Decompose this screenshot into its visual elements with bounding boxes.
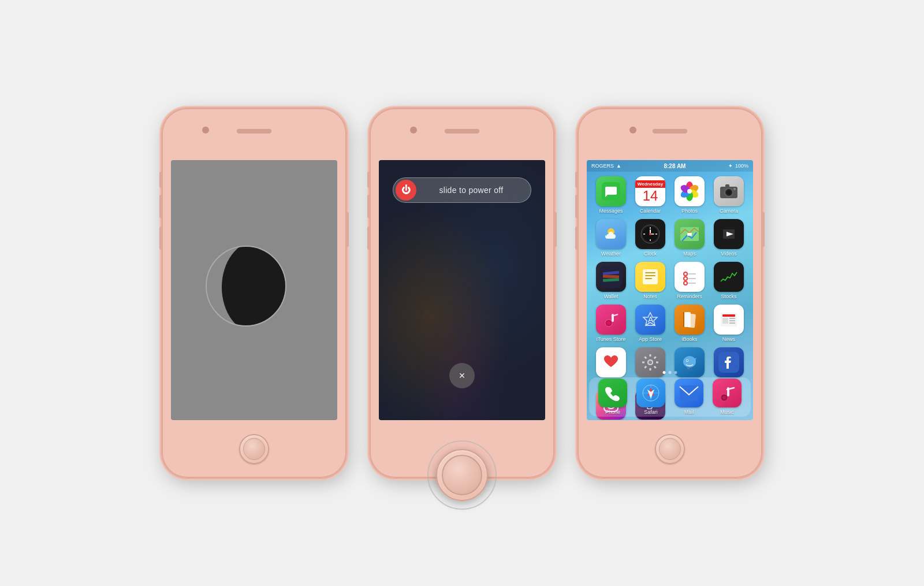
cancel-icon: × <box>459 370 465 382</box>
app-messages[interactable]: Messages <box>594 176 628 214</box>
safari-icon <box>636 379 665 407</box>
phone-3-speaker <box>653 129 687 133</box>
status-time: 8:28 AM <box>664 163 685 169</box>
phone-1 <box>162 108 346 478</box>
wallet-label: Wallet <box>604 294 619 300</box>
svg-line-66 <box>644 357 646 358</box>
phone-2-vol-up <box>367 195 370 218</box>
svg-rect-58 <box>729 320 735 321</box>
battery-text: 100% <box>735 163 748 169</box>
dock-mail[interactable]: Mail <box>675 379 703 416</box>
svg-rect-35 <box>645 278 652 279</box>
maps-label: Maps <box>683 251 696 257</box>
phone-1-camera <box>202 127 209 133</box>
mail-icon <box>675 379 703 407</box>
clock-icon <box>635 219 665 249</box>
bluetooth-icon: ✦ <box>728 163 733 169</box>
page-dot-2 <box>669 371 672 374</box>
svg-rect-57 <box>729 318 735 319</box>
svg-line-69 <box>644 366 646 368</box>
cancel-button[interactable]: × <box>449 363 475 388</box>
stocks-icon <box>714 262 744 292</box>
power-button-dark-area <box>222 246 286 327</box>
power-symbol: ⏻ <box>401 185 411 195</box>
app-reminders[interactable]: Reminders <box>672 262 707 300</box>
weather-icon <box>596 219 626 249</box>
calendar-icon: Wednesday 14 <box>635 176 665 206</box>
dock-music[interactable]: Music <box>713 379 742 416</box>
app-ibooks[interactable]: iBooks <box>672 305 707 343</box>
phone-1-screen <box>171 160 337 420</box>
phone-1-speaker <box>237 129 271 133</box>
app-weather[interactable]: Weather <box>594 219 628 257</box>
music-icon <box>713 379 742 407</box>
phone-3-mute <box>575 172 578 188</box>
app-wallet[interactable]: Wallet <box>594 262 628 300</box>
phone-3-power-button[interactable] <box>762 212 765 247</box>
news-icon <box>714 305 744 335</box>
app-appstore[interactable]: A App Store <box>633 305 668 343</box>
news-label: News <box>722 337 736 343</box>
app-news[interactable]: News <box>711 305 746 343</box>
calendar-label: Calendar <box>640 209 661 214</box>
app-videos[interactable]: Videos <box>711 219 746 257</box>
clock-label: Clock <box>644 251 657 257</box>
status-right: ✦ 100% <box>728 163 748 169</box>
app-maps[interactable]: Maps <box>672 219 707 257</box>
health-icon <box>596 347 626 377</box>
svg-rect-43 <box>718 266 739 287</box>
stocks-label: Stocks <box>721 294 736 300</box>
slide-to-power-off-text: slide to power off <box>416 186 528 195</box>
power-off-slider[interactable]: ⏻ slide to power off <box>393 177 531 203</box>
reminders-icon <box>675 262 705 292</box>
app-clock[interactable]: Clock <box>633 219 668 257</box>
dock-mail-label: Mail <box>684 410 694 416</box>
videos-label: Videos <box>721 251 736 257</box>
tweetbot-icon <box>675 347 705 377</box>
app-itunes[interactable]: iTunes Store <box>594 305 628 343</box>
svg-rect-56 <box>722 318 728 324</box>
photos-icon <box>675 176 705 206</box>
notes-icon <box>635 262 665 292</box>
svg-line-68 <box>654 357 656 358</box>
itunes-icon <box>596 305 626 335</box>
maps-icon <box>675 219 705 249</box>
ibooks-icon <box>675 305 705 335</box>
svg-point-11 <box>727 191 731 194</box>
svg-rect-55 <box>722 314 735 317</box>
page-dot-3 <box>675 371 677 374</box>
phone-1-home-button[interactable] <box>239 434 269 464</box>
messages-label: Messages <box>599 209 623 214</box>
videos-icon <box>714 219 744 249</box>
svg-rect-25 <box>687 233 692 236</box>
app-stocks[interactable]: Stocks <box>711 262 746 300</box>
phone-2-power-button[interactable] <box>554 212 557 247</box>
svg-rect-53 <box>688 313 696 328</box>
dock-safari-label: Safari <box>644 410 658 416</box>
phone-2-home-button-large[interactable] <box>436 449 488 501</box>
phone-3-home-button[interactable] <box>655 434 685 464</box>
settings-icon <box>635 347 665 377</box>
page-dot-1 <box>663 371 666 374</box>
phone-3-camera <box>629 127 636 133</box>
status-bar: ROGERS ▲ 8:28 AM ✦ 100% <box>587 160 753 172</box>
phone-2-vol-down <box>367 227 370 250</box>
phone-3-vol-up <box>575 195 578 218</box>
home-screen: ROGERS ▲ 8:28 AM ✦ 100% Messages <box>587 160 753 420</box>
app-notes[interactable]: Notes <box>633 262 668 300</box>
dock-safari[interactable]: Safari <box>636 379 665 416</box>
power-button-circle-highlight <box>206 246 286 327</box>
svg-point-71 <box>649 361 652 364</box>
dock-music-label: Music <box>720 410 734 416</box>
dock-phone[interactable]: Phone <box>598 379 627 416</box>
messages-icon <box>596 176 626 206</box>
photos-label: Photos <box>681 209 698 214</box>
phone-1-mute <box>159 172 162 188</box>
app-calendar[interactable]: Wednesday 14 Calendar <box>633 176 668 214</box>
app-photos[interactable]: Photos <box>672 176 707 214</box>
svg-point-23 <box>649 233 651 235</box>
app-camera[interactable]: Camera <box>711 176 746 214</box>
page-indicator <box>663 371 677 374</box>
appstore-label: App Store <box>639 337 662 343</box>
phone-1-power-button[interactable] <box>346 212 349 247</box>
